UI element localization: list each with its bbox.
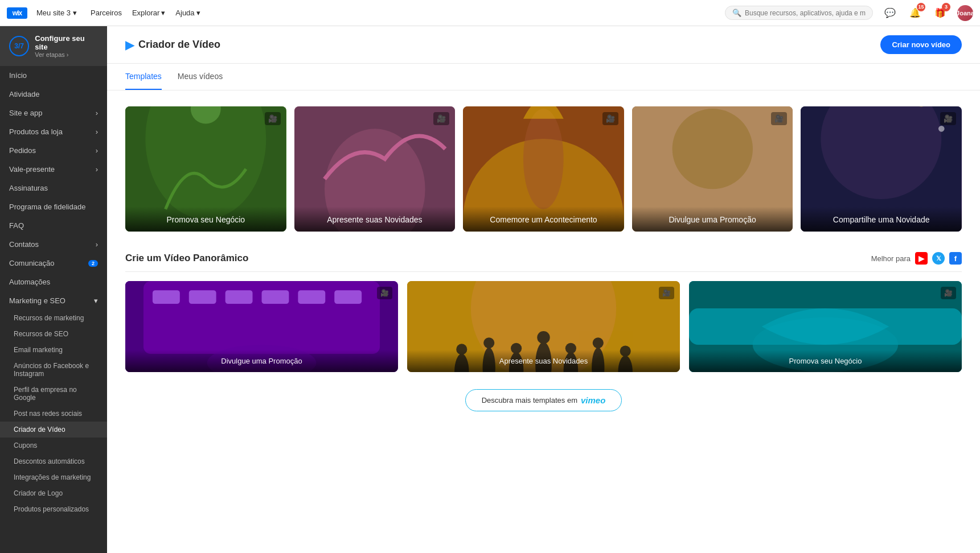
sidebar-item-comunicacao[interactable]: Comunicação 2 (0, 254, 107, 273)
template-card-apresente[interactable]: 🎥 Apresente suas Novidades (294, 106, 456, 232)
sidebar-item-automacoes[interactable]: Automações (0, 273, 107, 291)
chat-button[interactable]: 💬 (882, 5, 898, 21)
criar-novo-video-button[interactable]: Criar novo vídeo (880, 35, 962, 54)
panoramic-card-label-0: Divulgue uma Promoção (125, 350, 398, 372)
nav-ajuda[interactable]: Ajuda ▾ (175, 9, 200, 17)
sidebar-item-recursos-seo[interactable]: Recursos de SEO (0, 326, 107, 342)
page-title: ▶ Criador de Vídeo (125, 38, 220, 52)
panoramic-card-apresente[interactable]: 🎥 Apresente suas Novidades (407, 281, 680, 372)
svg-rect-19 (225, 290, 253, 304)
camera-icon-4: 🎥 (940, 112, 956, 125)
camera-icon-3: 🎥 (771, 112, 787, 125)
template-card-label-2: Comemore um Acontecimento (463, 207, 624, 232)
svg-point-14 (938, 126, 945, 132)
content-header: ▶ Criador de Vídeo Criar novo vídeo (107, 26, 980, 64)
camera-icon-pan-1: 🎥 (659, 287, 674, 299)
template-card-divulgue[interactable]: 🎥 Divulgue uma Promoção (632, 106, 793, 232)
video-icon: ▶ (125, 38, 134, 52)
sidebar-item-atividade[interactable]: Atividade (0, 85, 107, 104)
svg-point-33 (537, 331, 550, 344)
svg-point-9 (672, 109, 752, 189)
sidebar-item-criador-video[interactable]: Criador de Vídeo (0, 422, 107, 438)
vimeo-templates-button[interactable]: Descubra mais templates em vimeo (465, 389, 622, 411)
avatar[interactable]: Joana (957, 5, 973, 21)
comunicacao-badge: 2 (88, 260, 98, 267)
sidebar-item-inicio[interactable]: Início (0, 66, 107, 85)
setup-substeps[interactable]: Ver etapas › (35, 51, 98, 58)
twitter-icon: 𝕏 (932, 252, 945, 265)
tabs-bar: Templates Meus vídeos (107, 64, 980, 90)
panoramic-card-promova[interactable]: 🎥 Promova seu Negócio (689, 281, 962, 372)
sidebar-item-recursos-marketing[interactable]: Recursos de marketing (0, 310, 107, 326)
topbar-right: 🔍 💬 🔔 15 🎁 3 Joana (725, 5, 973, 21)
sidebar-item-email-marketing[interactable]: Email marketing (0, 342, 107, 358)
svg-rect-20 (262, 290, 289, 304)
notifications-button[interactable]: 🔔 15 (907, 5, 923, 21)
sidebar: 3/7 Configure seu site Ver etapas › Iníc… (0, 26, 107, 553)
search-bar[interactable]: 🔍 (725, 6, 873, 20)
template-card-promova[interactable]: 🎥 Promova seu Negócio (125, 106, 286, 232)
gift-badge: 3 (942, 3, 950, 11)
sidebar-item-produtos-personalizados[interactable]: Produtos personalizados (0, 501, 107, 517)
vimeo-brand: vimeo (581, 395, 605, 405)
svg-rect-22 (334, 290, 362, 304)
youtube-icon: ▶ (915, 252, 928, 265)
template-card-label-0: Promova seu Negócio (125, 207, 286, 232)
vimeo-btn-row: Descubra mais templates em vimeo (125, 389, 962, 428)
camera-icon-pan-2: 🎥 (941, 287, 956, 299)
sidebar-item-integracoes-marketing[interactable]: Integrações de marketing (0, 469, 107, 485)
melhor-para: Melhor para ▶ 𝕏 f (871, 252, 962, 265)
svg-rect-21 (298, 290, 325, 304)
setup-block: 3/7 Configure seu site Ver etapas › (0, 26, 107, 66)
camera-icon-1: 🎥 (433, 112, 449, 125)
search-input[interactable] (745, 9, 866, 17)
sidebar-item-programa-fidelidade[interactable]: Programa de fidelidade (0, 197, 107, 216)
sidebar-item-cupons[interactable]: Cupons (0, 438, 107, 453)
sidebar-item-site-e-app[interactable]: Site e app › (0, 104, 107, 122)
main-content: ▶ Criador de Vídeo Criar novo vídeo Temp… (107, 26, 980, 553)
sidebar-item-vale-presente[interactable]: Vale-presente › (0, 160, 107, 179)
sidebar-item-descontos[interactable]: Descontos automáticos (0, 453, 107, 469)
site-name-selector[interactable]: Meu site 3 ▾ (36, 9, 77, 17)
svg-rect-17 (153, 290, 180, 304)
tab-meus-videos[interactable]: Meus vídeos (178, 64, 223, 90)
sidebar-item-post-redes[interactable]: Post nas redes sociais (0, 406, 107, 422)
content-area: 🎥 Promova seu Negócio 🎥 Apresente suas N… (107, 90, 980, 444)
sidebar-item-criador-logo[interactable]: Criador de Logo (0, 485, 107, 501)
svg-point-29 (483, 337, 494, 348)
panoramic-card-label-2: Promova seu Negócio (689, 350, 962, 372)
sidebar-item-pedidos[interactable]: Pedidos › (0, 141, 107, 160)
tab-templates[interactable]: Templates (125, 64, 162, 90)
svg-point-37 (593, 337, 604, 348)
sidebar-item-faq[interactable]: FAQ (0, 216, 107, 235)
setup-title: Configure seu site (35, 34, 98, 51)
template-card-compartilhe[interactable]: 🎥 Compartilhe uma Novidade (801, 106, 962, 232)
gifts-button[interactable]: 🎁 3 (932, 5, 948, 21)
sidebar-item-contatos[interactable]: Contatos › (0, 235, 107, 254)
panoramic-cards-row: 🎥 Divulgue uma Promoção (125, 281, 962, 372)
nav-parceiros[interactable]: Parceiros (91, 9, 122, 17)
camera-icon-0: 🎥 (265, 112, 281, 125)
svg-rect-18 (189, 290, 216, 304)
sidebar-item-assinaturas[interactable]: Assinaturas (0, 179, 107, 197)
template-card-label-4: Compartilhe uma Novidade (801, 207, 962, 232)
search-icon: 🔍 (732, 9, 741, 17)
notification-badge: 15 (917, 3, 925, 11)
setup-progress: 3/7 (9, 36, 29, 56)
template-cards-row: 🎥 Promova seu Negócio 🎥 Apresente suas N… (125, 106, 962, 232)
template-card-comemore[interactable]: 🎥 Comemore um Acontecimento (463, 106, 624, 232)
sidebar-item-produtos-da-loja[interactable]: Produtos da loja › (0, 122, 107, 141)
sidebar-item-perfil-empresa[interactable]: Perfil da empresa no Google (0, 382, 107, 406)
sidebar-item-marketing-seo[interactable]: Marketing e SEO ▾ (0, 291, 107, 310)
template-card-label-3: Divulgue uma Promoção (632, 207, 793, 232)
sidebar-item-anuncios-facebook[interactable]: Anúncios do Facebook e Instagram (0, 358, 107, 382)
nav-explorar[interactable]: Explorar ▾ (132, 9, 165, 17)
panoramic-section-header: Crie um Vídeo Panorâmico Melhor para ▶ 𝕏… (125, 252, 962, 272)
template-card-label-1: Apresente suas Novidades (294, 207, 456, 232)
panoramic-card-divulgue[interactable]: 🎥 Divulgue uma Promoção (125, 281, 398, 372)
svg-point-7 (523, 109, 564, 209)
panoramic-card-label-1: Apresente suas Novidades (407, 350, 680, 372)
panoramic-title: Crie um Vídeo Panorâmico (125, 253, 248, 264)
camera-icon-pan-0: 🎥 (377, 287, 392, 299)
wix-logo: wix (7, 7, 27, 19)
